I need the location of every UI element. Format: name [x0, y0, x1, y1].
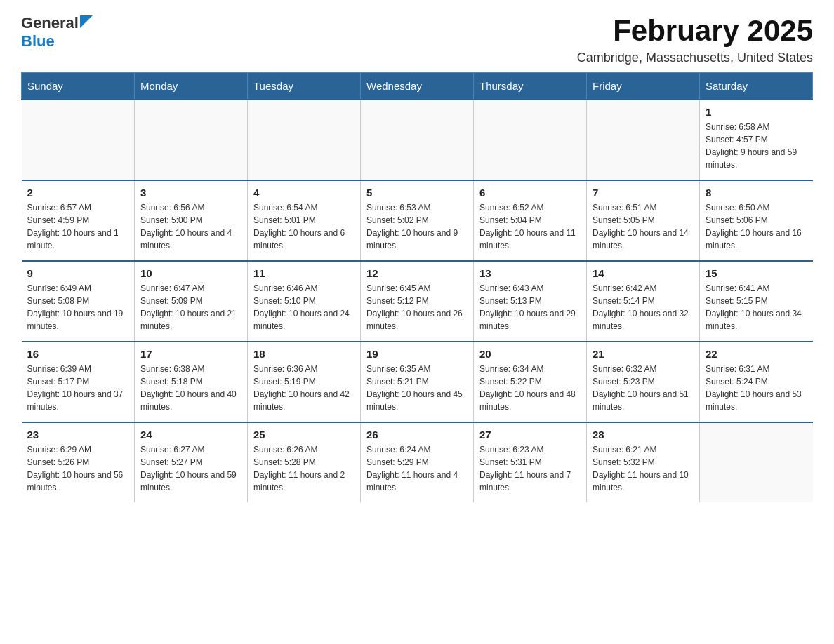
calendar-cell: 26Sunrise: 6:24 AMSunset: 5:29 PMDayligh…	[361, 422, 474, 502]
day-info: Sunrise: 6:51 AMSunset: 5:05 PMDaylight:…	[593, 203, 689, 250]
day-info: Sunrise: 6:58 AMSunset: 4:57 PMDaylight:…	[706, 122, 797, 170]
calendar-cell: 8Sunrise: 6:50 AMSunset: 5:06 PMDaylight…	[700, 180, 813, 261]
day-number: 7	[593, 187, 694, 199]
calendar-week-row: 1Sunrise: 6:58 AMSunset: 4:57 PMDaylight…	[22, 100, 813, 180]
day-number: 11	[253, 267, 355, 279]
calendar-cell: 23Sunrise: 6:29 AMSunset: 5:26 PMDayligh…	[22, 422, 135, 502]
calendar-table: SundayMondayTuesdayWednesdayThursdayFrid…	[21, 72, 813, 502]
calendar-header-row: SundayMondayTuesdayWednesdayThursdayFrid…	[22, 73, 813, 100]
weekday-header-thursday: Thursday	[474, 73, 587, 100]
calendar-cell: 27Sunrise: 6:23 AMSunset: 5:31 PMDayligh…	[474, 422, 587, 502]
weekday-header-monday: Monday	[135, 73, 248, 100]
day-info: Sunrise: 6:26 AMSunset: 5:28 PMDaylight:…	[253, 445, 345, 492]
day-number: 19	[366, 348, 468, 360]
calendar-cell: 1Sunrise: 6:58 AMSunset: 4:57 PMDaylight…	[700, 100, 813, 180]
day-number: 6	[479, 187, 581, 199]
day-info: Sunrise: 6:42 AMSunset: 5:14 PMDaylight:…	[593, 283, 689, 331]
calendar-cell	[248, 100, 361, 180]
calendar-cell: 16Sunrise: 6:39 AMSunset: 5:17 PMDayligh…	[22, 342, 135, 422]
day-number: 26	[366, 429, 468, 441]
calendar-cell: 3Sunrise: 6:56 AMSunset: 5:00 PMDaylight…	[135, 180, 248, 261]
day-number: 1	[706, 106, 807, 118]
weekday-header-friday: Friday	[587, 73, 700, 100]
weekday-header-saturday: Saturday	[700, 73, 813, 100]
calendar-cell	[22, 100, 135, 180]
day-number: 27	[479, 429, 581, 441]
day-info: Sunrise: 6:54 AMSunset: 5:01 PMDaylight:…	[253, 203, 345, 250]
calendar-cell: 13Sunrise: 6:43 AMSunset: 5:13 PMDayligh…	[474, 261, 587, 342]
day-info: Sunrise: 6:36 AMSunset: 5:19 PMDaylight:…	[253, 364, 350, 412]
day-info: Sunrise: 6:50 AMSunset: 5:06 PMDaylight:…	[706, 203, 802, 250]
day-number: 21	[593, 348, 694, 360]
day-info: Sunrise: 6:27 AMSunset: 5:27 PMDaylight:…	[140, 445, 237, 492]
day-number: 13	[479, 267, 581, 279]
calendar-cell: 5Sunrise: 6:53 AMSunset: 5:02 PMDaylight…	[361, 180, 474, 261]
day-number: 9	[27, 267, 129, 279]
calendar-cell: 4Sunrise: 6:54 AMSunset: 5:01 PMDaylight…	[248, 180, 361, 261]
day-info: Sunrise: 6:45 AMSunset: 5:12 PMDaylight:…	[366, 283, 463, 331]
calendar-cell: 28Sunrise: 6:21 AMSunset: 5:32 PMDayligh…	[587, 422, 700, 502]
day-number: 12	[366, 267, 468, 279]
calendar-cell: 19Sunrise: 6:35 AMSunset: 5:21 PMDayligh…	[361, 342, 474, 422]
page-header: General Blue February 2025 Cambridge, Ma…	[21, 14, 813, 65]
svg-marker-0	[80, 15, 93, 28]
day-info: Sunrise: 6:31 AMSunset: 5:24 PMDaylight:…	[706, 364, 802, 412]
day-info: Sunrise: 6:35 AMSunset: 5:21 PMDaylight:…	[366, 364, 463, 412]
day-info: Sunrise: 6:56 AMSunset: 5:00 PMDaylight:…	[140, 203, 232, 250]
calendar-cell: 17Sunrise: 6:38 AMSunset: 5:18 PMDayligh…	[135, 342, 248, 422]
calendar-week-row: 9Sunrise: 6:49 AMSunset: 5:08 PMDaylight…	[22, 261, 813, 342]
day-info: Sunrise: 6:41 AMSunset: 5:15 PMDaylight:…	[706, 283, 802, 331]
logo: General Blue	[21, 14, 93, 51]
calendar-cell: 18Sunrise: 6:36 AMSunset: 5:19 PMDayligh…	[248, 342, 361, 422]
day-info: Sunrise: 6:49 AMSunset: 5:08 PMDaylight:…	[27, 283, 124, 331]
calendar-week-row: 16Sunrise: 6:39 AMSunset: 5:17 PMDayligh…	[22, 342, 813, 422]
day-number: 17	[140, 348, 241, 360]
logo-blue: Blue	[21, 32, 55, 51]
day-number: 4	[253, 187, 355, 199]
day-number: 28	[593, 429, 694, 441]
day-info: Sunrise: 6:29 AMSunset: 5:26 PMDaylight:…	[27, 445, 124, 492]
day-number: 18	[253, 348, 355, 360]
weekday-header-tuesday: Tuesday	[248, 73, 361, 100]
day-number: 23	[27, 429, 129, 441]
weekday-header-wednesday: Wednesday	[361, 73, 474, 100]
calendar-cell: 24Sunrise: 6:27 AMSunset: 5:27 PMDayligh…	[135, 422, 248, 502]
day-info: Sunrise: 6:57 AMSunset: 4:59 PMDaylight:…	[27, 203, 119, 250]
calendar-cell: 20Sunrise: 6:34 AMSunset: 5:22 PMDayligh…	[474, 342, 587, 422]
day-number: 20	[479, 348, 581, 360]
day-number: 14	[593, 267, 694, 279]
calendar-cell	[361, 100, 474, 180]
page-subtitle: Cambridge, Massachusetts, United States	[577, 51, 813, 65]
calendar-cell: 21Sunrise: 6:32 AMSunset: 5:23 PMDayligh…	[587, 342, 700, 422]
day-number: 16	[27, 348, 129, 360]
day-info: Sunrise: 6:43 AMSunset: 5:13 PMDaylight:…	[479, 283, 576, 331]
day-number: 8	[706, 187, 807, 199]
calendar-cell	[135, 100, 248, 180]
calendar-cell	[474, 100, 587, 180]
day-number: 15	[706, 267, 807, 279]
day-info: Sunrise: 6:52 AMSunset: 5:04 PMDaylight:…	[479, 203, 576, 250]
calendar-cell: 9Sunrise: 6:49 AMSunset: 5:08 PMDaylight…	[22, 261, 135, 342]
day-info: Sunrise: 6:46 AMSunset: 5:10 PMDaylight:…	[253, 283, 350, 331]
calendar-week-row: 2Sunrise: 6:57 AMSunset: 4:59 PMDaylight…	[22, 180, 813, 261]
logo-general: General	[21, 14, 79, 32]
day-info: Sunrise: 6:53 AMSunset: 5:02 PMDaylight:…	[366, 203, 458, 250]
day-info: Sunrise: 6:38 AMSunset: 5:18 PMDaylight:…	[140, 364, 237, 412]
day-number: 5	[366, 187, 468, 199]
day-info: Sunrise: 6:39 AMSunset: 5:17 PMDaylight:…	[27, 364, 124, 412]
day-info: Sunrise: 6:23 AMSunset: 5:31 PMDaylight:…	[479, 445, 571, 492]
calendar-cell: 22Sunrise: 6:31 AMSunset: 5:24 PMDayligh…	[700, 342, 813, 422]
day-number: 24	[140, 429, 241, 441]
calendar-cell: 2Sunrise: 6:57 AMSunset: 4:59 PMDaylight…	[22, 180, 135, 261]
day-info: Sunrise: 6:47 AMSunset: 5:09 PMDaylight:…	[140, 283, 237, 331]
day-number: 3	[140, 187, 241, 199]
calendar-cell: 7Sunrise: 6:51 AMSunset: 5:05 PMDaylight…	[587, 180, 700, 261]
calendar-cell: 15Sunrise: 6:41 AMSunset: 5:15 PMDayligh…	[700, 261, 813, 342]
calendar-week-row: 23Sunrise: 6:29 AMSunset: 5:26 PMDayligh…	[22, 422, 813, 502]
day-number: 10	[140, 267, 241, 279]
day-number: 22	[706, 348, 807, 360]
day-number: 25	[253, 429, 355, 441]
day-number: 2	[27, 187, 129, 199]
calendar-cell: 6Sunrise: 6:52 AMSunset: 5:04 PMDaylight…	[474, 180, 587, 261]
calendar-cell	[700, 422, 813, 502]
